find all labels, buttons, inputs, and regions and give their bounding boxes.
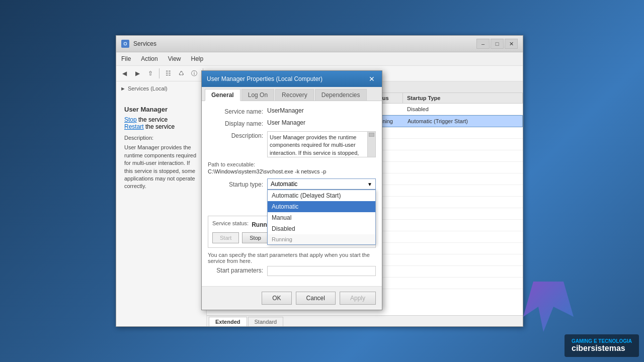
menu-help[interactable]: Help: [186, 53, 209, 64]
service-startup-cell: [403, 201, 523, 203]
option-manual[interactable]: Manual: [268, 212, 375, 223]
ok-button[interactable]: OK: [262, 292, 291, 305]
path-value: C:\Windows\system32\svchost.exe -k netsv…: [208, 168, 376, 174]
path-section: Path to executable: C:\Windows\system32\…: [208, 161, 376, 174]
startup-type-container: Automatic ▼ Automatic (Delayed Start) Au…: [267, 178, 376, 190]
start-params-input[interactable]: [267, 266, 376, 276]
start-params-row: Start parameters:: [208, 266, 376, 276]
watermark-title: cibersistemas: [572, 344, 632, 353]
service-startup-cell: Automatic (Trigger Start): [404, 117, 522, 125]
stop-service-link[interactable]: Stop: [124, 116, 137, 123]
tab-logon[interactable]: Log On: [242, 89, 274, 101]
apply-button[interactable]: Apply: [340, 292, 376, 305]
service-startup-cell: [403, 143, 523, 145]
header-startup-type[interactable]: Startup Type: [403, 93, 523, 103]
description-row: Description: User Manager provides the r…: [208, 131, 376, 157]
minimize-button[interactable]: –: [476, 39, 490, 49]
service-description-text: User Manager provides the runtime compon…: [124, 144, 198, 190]
properties-button[interactable]: ⓘ: [188, 67, 200, 79]
description-container: User Manager provides the runtime compon…: [267, 131, 376, 157]
stop-label: the service: [138, 116, 168, 123]
start-params-section: You can specify the start parameters tha…: [208, 252, 376, 276]
forward-button[interactable]: ▶: [131, 67, 143, 79]
service-startup-cell: Disabled: [403, 105, 523, 113]
svg-point-1: [124, 43, 126, 45]
menu-view[interactable]: View: [163, 53, 186, 64]
service-name-value: UserManager: [267, 107, 376, 114]
dropdown-arrow-icon: ▼: [367, 182, 372, 187]
dialog-title-bar: User Manager Properties (Local Computer)…: [202, 71, 382, 87]
toolbar-separator-1: [159, 68, 159, 78]
up-button[interactable]: ⇧: [144, 67, 156, 79]
service-startup-cell: [403, 259, 523, 261]
pointer-arrow: [523, 277, 584, 337]
path-label: Path to executable:: [208, 161, 376, 167]
option-automatic-delayed[interactable]: Automatic (Delayed Start): [268, 190, 375, 201]
description-box: User Manager provides the runtime compon…: [267, 131, 376, 157]
window-title: Services: [133, 40, 156, 47]
service-name-heading: User Manager: [124, 106, 198, 113]
startup-type-value: Automatic: [271, 180, 367, 188]
display-name-label: Display name:: [208, 119, 263, 127]
cancel-button[interactable]: Cancel: [296, 292, 336, 305]
option-automatic[interactable]: Automatic: [268, 201, 375, 212]
back-button[interactable]: ◀: [118, 67, 130, 79]
show-log-button[interactable]: ☷: [162, 67, 174, 79]
start-button[interactable]: Start: [212, 232, 239, 243]
service-startup-cell: [403, 213, 523, 215]
service-status-label: Service status:: [212, 220, 249, 226]
description-label: Description:: [208, 131, 263, 139]
option-running: Running: [268, 234, 375, 244]
dialog-title: User Manager Properties (Local Computer): [207, 75, 323, 82]
restart-label: the service: [145, 123, 175, 130]
dialog-buttons: OK Cancel Apply: [202, 286, 382, 310]
service-startup-cell: [403, 282, 523, 284]
refresh-button[interactable]: ♺: [175, 67, 187, 79]
left-panel: ► Services (Local) User Manager Stop the…: [116, 81, 207, 326]
dialog-tabs: General Log On Recovery Dependencies: [202, 87, 382, 101]
service-startup-cell: [403, 190, 523, 192]
service-actions: Stop the service Restart the service: [124, 116, 198, 130]
scroll-thumb: [369, 133, 374, 137]
service-name-row: Service name: UserManager: [208, 107, 376, 115]
display-name-value: User Manager: [267, 119, 376, 126]
service-startup-cell: [403, 178, 523, 180]
tab-recovery[interactable]: Recovery: [275, 89, 314, 101]
tab-extended[interactable]: Extended: [209, 317, 247, 326]
startup-type-row: Startup type: Automatic ▼ Automatic (Del…: [208, 178, 376, 190]
stop-button[interactable]: Stop: [242, 232, 269, 243]
window-controls: – □ ✕: [476, 39, 518, 49]
service-startup-cell: [403, 132, 523, 134]
option-disabled[interactable]: Disabled: [268, 223, 375, 234]
dialog-close-button[interactable]: ✕: [367, 74, 377, 84]
maximize-button[interactable]: □: [491, 39, 504, 49]
dialog-content: Service name: UserManager Display name: …: [202, 101, 382, 286]
tab-dependencies[interactable]: Dependencies: [315, 89, 367, 101]
service-startup-cell: [403, 236, 523, 238]
properties-dialog: User Manager Properties (Local Computer)…: [201, 70, 382, 310]
menu-bar: File Action View Help: [116, 52, 523, 66]
service-startup-cell: [403, 224, 523, 226]
svg-marker-36: [523, 282, 574, 332]
service-name-label: Service name:: [208, 107, 263, 115]
startup-type-dropdown[interactable]: Automatic (Delayed Start) Automatic Manu…: [267, 190, 376, 245]
panel-icon: ►: [120, 85, 126, 92]
tab-general[interactable]: General: [205, 89, 240, 101]
description-value: User Manager provides the runtime compon…: [270, 134, 359, 157]
menu-action[interactable]: Action: [136, 53, 163, 64]
title-bar: Services – □ ✕: [116, 36, 523, 52]
close-button[interactable]: ✕: [505, 39, 518, 49]
service-description-label: Description:: [124, 134, 198, 142]
tab-standard[interactable]: Standard: [248, 317, 284, 326]
start-params-hint: You can specify the start parameters tha…: [208, 252, 376, 264]
service-startup-cell: [403, 155, 523, 157]
panel-title[interactable]: Services (Local): [128, 85, 168, 92]
startup-type-label: Startup type:: [208, 180, 263, 188]
description-panel: User Manager Stop the service Restart th…: [120, 102, 202, 195]
display-name-row: Display name: User Manager: [208, 119, 376, 127]
params-label: Start parameters:: [208, 266, 263, 274]
description-scrollbar[interactable]: [367, 132, 375, 157]
restart-service-link[interactable]: Restart: [124, 123, 144, 130]
startup-type-display[interactable]: Automatic ▼: [267, 178, 376, 190]
menu-file[interactable]: File: [116, 53, 136, 64]
